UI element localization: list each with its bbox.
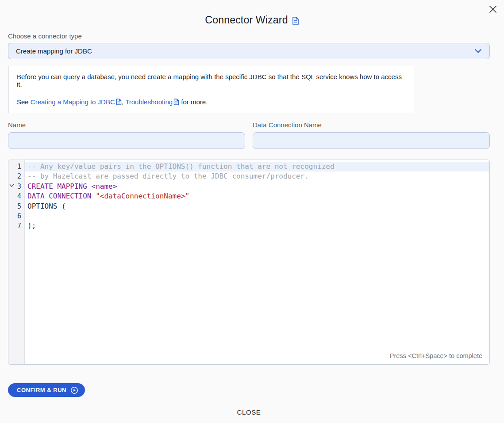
docs-icon[interactable] (292, 17, 299, 25)
link-creating-mapping-jdbc[interactable]: Creating a Mapping to JDBC (31, 98, 122, 106)
code-token-string: "<dataConnectionName>" (96, 192, 189, 200)
editor-autocomplete-hint: Press <Ctrl+Space> to complete (390, 352, 482, 359)
name-input[interactable] (8, 132, 245, 149)
code-token-comment: -- by Hazelcast are passed directly to t… (27, 172, 309, 180)
info-links-separator: , (122, 98, 125, 106)
form-row: Name Data Connection Name (8, 121, 490, 149)
code-line-content: -- by Hazelcast are passed directly to t… (25, 171, 489, 181)
code-line[interactable]: 3CREATE MAPPING <name> (8, 182, 489, 191)
line-number-text: 2 (17, 172, 21, 180)
line-number: 7 (8, 221, 25, 231)
line-number-text: 7 (17, 222, 21, 230)
info-box: Before you can query a database, you nee… (8, 66, 414, 113)
line-number: 4 (8, 191, 25, 201)
close-icon[interactable] (486, 3, 500, 17)
code-line[interactable]: 7); (8, 221, 489, 231)
line-number: 5 (8, 202, 25, 211)
info-links-line: See Creating a Mapping to JDBC , Tr (17, 98, 407, 106)
line-number-text: 6 (17, 212, 21, 220)
link-troubleshooting[interactable]: Troubleshooting (125, 98, 179, 106)
code-line[interactable]: 4DATA CONNECTION "<dataConnectionName>" (8, 191, 489, 201)
code-line-content: DATA CONNECTION "<dataConnectionName>" (25, 191, 489, 201)
name-label: Name (8, 121, 245, 129)
code-token-plain (92, 192, 96, 200)
code-token-comment: -- Any key/value pairs in the OPTIONS() … (27, 162, 335, 171)
code-lines: 1-- Any key/value pairs in the OPTIONS()… (8, 160, 489, 231)
line-number-text: 3 (17, 183, 21, 191)
code-line-content (25, 211, 489, 221)
fold-chevron-down-icon[interactable] (9, 184, 14, 187)
info-links-suffix: for more. (179, 98, 208, 106)
line-number-text: 5 (17, 202, 21, 210)
line-number: 1 (8, 162, 25, 171)
link-creating-mapping-jdbc-label: Creating a Mapping to JDBC (31, 98, 115, 106)
code-line-content: -- Any key/value pairs in the OPTIONS() … (25, 162, 489, 171)
connector-wizard-dialog: Connector Wizard Choose a connector type… (0, 0, 504, 423)
chevron-down-icon (474, 47, 482, 55)
line-number-text: 1 (17, 163, 21, 171)
data-connection-name-label: Data Connection Name (253, 121, 490, 129)
code-token-keyword: CREATE MAPPING (27, 182, 87, 191)
code-line[interactable]: 1-- Any key/value pairs in the OPTIONS()… (8, 162, 489, 171)
play-circle-icon (70, 386, 78, 394)
close-button[interactable]: CLOSE (237, 408, 261, 416)
code-token-keyword: <name> (92, 182, 117, 191)
sql-code-editor[interactable]: 1-- Any key/value pairs in the OPTIONS()… (8, 160, 490, 365)
document-icon (173, 99, 179, 105)
dialog-footer: CLOSE (8, 408, 490, 416)
line-number: 2 (8, 171, 25, 181)
code-line-content: ); (25, 221, 489, 231)
code-line[interactable]: 6 (8, 211, 489, 221)
confirm-run-label: CONFIRM & RUN (17, 387, 66, 393)
connector-type-label: Choose a connector type (8, 32, 490, 40)
line-number-text: 4 (17, 192, 21, 200)
connector-type-select[interactable]: Create mapping for JDBC (8, 43, 490, 59)
page-title: Connector Wizard (205, 14, 288, 26)
code-line[interactable]: 2-- by Hazelcast are passed directly to … (8, 171, 489, 181)
code-line-content: CREATE MAPPING <name> (25, 182, 489, 191)
info-text: Before you can query a database, you nee… (17, 73, 407, 88)
code-token-keyword: DATA CONNECTION (27, 192, 92, 200)
code-token-plain (87, 182, 92, 191)
dialog-body: Choose a connector type Create mapping f… (8, 32, 490, 416)
dialog-header: Connector Wizard (0, 0, 504, 26)
code-line[interactable]: 5OPTIONS ( (8, 202, 489, 211)
connector-type-value: Create mapping for JDBC (16, 47, 92, 55)
document-icon (116, 99, 122, 105)
confirm-run-button[interactable]: CONFIRM & RUN (8, 383, 85, 397)
code-token-plain: OPTIONS ( (27, 202, 66, 210)
info-see-prefix: See (17, 98, 31, 106)
code-token-plain: ); (27, 221, 36, 230)
link-troubleshooting-label: Troubleshooting (125, 98, 173, 106)
data-connection-name-field-group: Data Connection Name (253, 121, 490, 149)
data-connection-name-input[interactable] (253, 132, 490, 149)
code-line-content: OPTIONS ( (25, 202, 489, 211)
line-number: 3 (8, 182, 25, 191)
line-number: 6 (8, 211, 25, 221)
name-field-group: Name (8, 121, 245, 149)
